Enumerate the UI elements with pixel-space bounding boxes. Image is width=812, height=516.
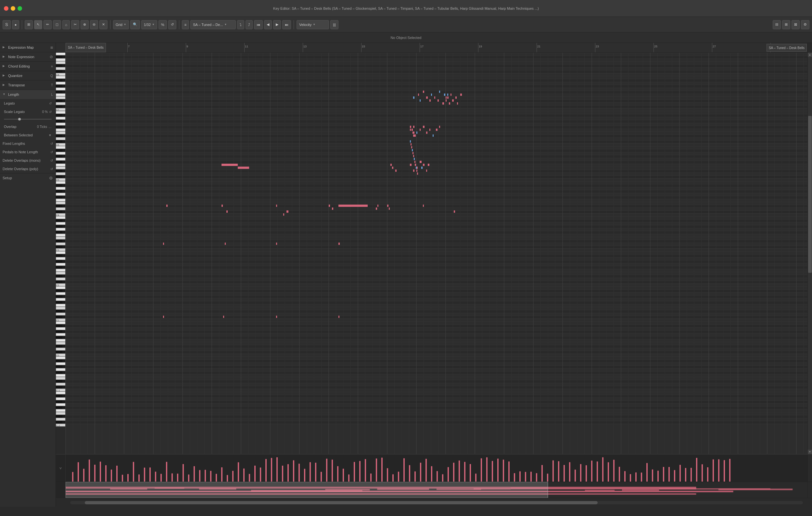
track-label-right: SA – Tuned – Desk Bells <box>766 44 807 52</box>
minimize-button[interactable] <box>11 6 15 11</box>
between-selected-icon: ▼ <box>49 133 52 137</box>
toolbar-separator-4 <box>294 20 294 29</box>
transpose-label: Transpose <box>8 83 25 87</box>
expression-map-row[interactable]: ▶ Expression Map ⊞ <box>0 43 56 52</box>
legato-icon[interactable]: ↺ <box>49 102 52 105</box>
quantize-function[interactable]: % <box>158 20 167 29</box>
ruler-label: 25 <box>654 45 658 48</box>
ruler-label: 11 <box>245 45 248 48</box>
between-selected-row[interactable]: Between Selected ▼ <box>0 131 56 139</box>
expression-map-label: Expression Map <box>8 45 34 49</box>
scroll-thumb-v <box>808 116 812 273</box>
midi-icon[interactable]: ≡ <box>182 20 189 29</box>
quantize-row[interactable]: ▶ Quantize Q <box>0 71 56 80</box>
length-section: ▼ Length L Legato ↺ Scale Legato 0 % ↺ O… <box>0 90 56 174</box>
snap-icon[interactable]: S <box>3 20 11 29</box>
quantize-label: Quantize <box>8 74 22 78</box>
length-row[interactable]: ▼ Length L <box>0 90 56 99</box>
delete-overlaps-mono-row[interactable]: Delete Overlaps (mono) ↺ <box>0 156 56 164</box>
pedals-icon: ↺ <box>50 150 53 154</box>
tool-scissors[interactable]: ✂ <box>71 20 79 29</box>
quantize-value: 1/32 <box>144 23 151 27</box>
track-label-left: SA – Tuned – Desk Bells <box>66 43 106 52</box>
overlap-value: 0 Ticks <box>37 125 47 129</box>
tool-eraser[interactable]: ◻ <box>53 20 61 29</box>
tool-zoom-out[interactable]: ⊖ <box>90 20 98 29</box>
bottom-bar <box>56 498 812 507</box>
scroll-down-btn[interactable]: ▼ <box>808 449 812 454</box>
pedals-to-note-length-row[interactable]: Pedals to Note Length ↺ <box>0 148 56 156</box>
legato-label: Legato <box>4 101 48 105</box>
ruler-label: 21 <box>537 45 541 48</box>
chord-editing-label: Chord Editing <box>8 64 30 68</box>
transpose-row[interactable]: ▶ Transpose T <box>0 81 56 90</box>
tool-mute[interactable]: ✕ <box>99 20 108 29</box>
lanes-btn[interactable]: ⊞ <box>782 20 790 29</box>
refresh-icon[interactable]: ↺ <box>168 20 176 29</box>
chord-editing-row[interactable]: ▶ Chord Editing ≡ <box>0 62 56 71</box>
horizontal-scrollbar[interactable] <box>70 501 803 504</box>
tool-pencil[interactable]: ✏ <box>44 20 52 29</box>
transport-back[interactable]: ⏮ <box>254 20 263 29</box>
grid-label: Grid <box>116 23 122 27</box>
fixed-lengths-row[interactable]: Fixed Lengths ↺ <box>0 139 56 148</box>
velocity-canvas-area[interactable] <box>66 455 808 482</box>
transport-fwd[interactable]: ⏭ <box>282 20 291 29</box>
transport-next[interactable]: ▶ <box>273 20 281 29</box>
setup-label: Setup <box>3 176 12 180</box>
tool-glue[interactable]: ⌂ <box>62 20 70 29</box>
quantize-arrow: ▶ <box>3 74 6 78</box>
traffic-lights <box>4 6 22 11</box>
scale-legato-row: Scale Legato 0 % ↺ <box>0 108 56 116</box>
ruler-tick <box>595 43 596 52</box>
ruler-tick <box>712 43 712 52</box>
tool-zoom-in[interactable]: ⊕ <box>81 20 89 29</box>
measure-ruler: 7911131517192123252729313335373941 <box>66 43 808 52</box>
tool-pointer[interactable]: ↖ <box>34 20 42 29</box>
note-expression-section: ▶ Note Expression ⊘ <box>0 52 56 62</box>
legato-row: Legato ↺ <box>0 99 56 108</box>
expression-map-icon: ⊞ <box>50 46 53 49</box>
split-btn[interactable]: ⊠ <box>791 20 800 29</box>
quantize-dropdown[interactable]: 1/32 ▼ <box>141 20 157 29</box>
ruler-label: 23 <box>596 45 599 48</box>
grid-dropdown[interactable]: Grid ▼ <box>113 20 129 29</box>
channel-icon[interactable]: ||| <box>330 20 339 29</box>
overview-bar <box>56 482 812 498</box>
note-expression-row[interactable]: ▶ Note Expression ⊘ <box>0 52 56 61</box>
velocity-lane: V <box>56 454 812 482</box>
record-icon[interactable]: ● <box>12 20 20 29</box>
automation-w[interactable]: ⤴ <box>245 20 253 29</box>
scale-legato-icon[interactable]: ↺ <box>49 110 52 114</box>
maximize-button[interactable] <box>18 6 22 11</box>
length-arrow: ▼ <box>3 93 6 96</box>
main-area: ▶ Expression Map ⊞ ▶ Note Expression ⊘ ▶… <box>0 43 812 507</box>
grid-container[interactable] <box>66 53 808 454</box>
velocity-label-side: V <box>56 455 66 482</box>
window-title: Key Editor: SA – Tuned – Desk Bells (SA … <box>273 6 539 10</box>
tool-grid[interactable]: ⊞ <box>25 20 33 29</box>
track-name-dropdown[interactable]: SA – Tuned – De... ▼ <box>190 20 236 29</box>
overview-content[interactable] <box>66 482 808 498</box>
close-button[interactable] <box>4 6 8 11</box>
automation-r[interactable]: ⤵ <box>237 20 244 29</box>
ruler-tick <box>361 43 361 52</box>
setup-gear-icon[interactable]: ⚙ <box>49 176 53 181</box>
delete-overlaps-poly-row[interactable]: Delete Overlaps (poly) ↺ <box>0 164 56 173</box>
scroll-up-btn[interactable]: ▲ <box>808 53 812 57</box>
overview-scrollbar <box>808 482 812 498</box>
overview-left <box>56 482 66 498</box>
left-panel: ▶ Expression Map ⊞ ▶ Note Expression ⊘ ▶… <box>0 43 56 507</box>
scrollbar-right[interactable]: ▲ ▼ <box>808 53 812 454</box>
velocity-dropdown[interactable]: Velocity ▼ <box>296 20 329 29</box>
transport-prev[interactable]: ◀ <box>264 20 272 29</box>
zoom-icon[interactable]: 🔍 <box>130 20 140 29</box>
fold-btn[interactable]: ⊟ <box>773 20 781 29</box>
delete-poly-icon: ↺ <box>50 167 53 171</box>
settings-btn[interactable]: ⚙ <box>801 20 809 29</box>
ruler-tick <box>244 43 244 52</box>
editor-area: SA – Tuned – Desk Bells 7911131517192123… <box>56 43 812 507</box>
overlap-icon[interactable]: … <box>49 125 52 129</box>
ruler-label: 13 <box>303 45 307 48</box>
scale-legato-slider[interactable] <box>4 119 52 120</box>
